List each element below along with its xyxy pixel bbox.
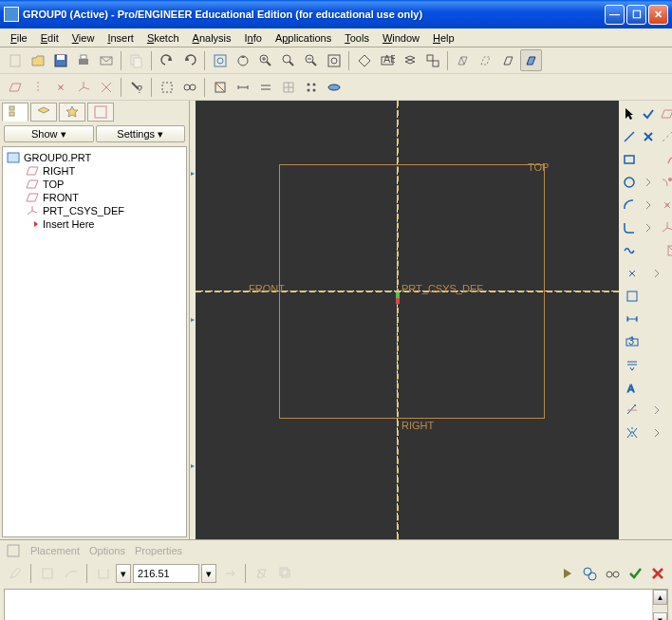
select-rect-button[interactable] (156, 76, 177, 98)
circle-dd[interactable] (640, 171, 657, 194)
print-button[interactable] (72, 49, 94, 71)
menu-insert[interactable]: Insert (101, 30, 140, 46)
open-button[interactable] (27, 49, 48, 71)
depth-value-dd[interactable]: ▾ (201, 564, 216, 583)
shade-closed-button[interactable] (323, 76, 345, 98)
view-mgr-button[interactable] (421, 49, 443, 71)
display-nohidden-button[interactable] (497, 49, 519, 71)
dim-toggle-button[interactable] (232, 76, 253, 98)
accept-button[interactable] (640, 103, 657, 125)
use-edge-button[interactable] (664, 239, 672, 262)
close-button[interactable]: ✕ (648, 5, 668, 25)
spline-button[interactable] (664, 148, 672, 171)
fillet-dd[interactable] (640, 216, 657, 239)
menu-analysis[interactable]: Analysis (186, 30, 238, 46)
display-wireframe-button[interactable] (452, 49, 474, 71)
csys-constr-button[interactable] (659, 216, 672, 239)
parallelogram-button[interactable] (659, 103, 672, 125)
new-button[interactable] (4, 49, 26, 71)
dash-depth1-btn[interactable] (92, 563, 114, 585)
undo-button[interactable] (156, 49, 177, 71)
redo-button[interactable] (178, 49, 200, 71)
menu-edit[interactable]: Edit (34, 30, 65, 46)
mirror-dd[interactable] (645, 422, 668, 444)
refit-button[interactable] (323, 49, 345, 71)
zoom-fit-button[interactable] (277, 49, 299, 71)
menu-help[interactable]: Help (426, 30, 461, 46)
zoom-in-button[interactable] (254, 49, 276, 71)
tab-properties[interactable]: Properties (135, 545, 182, 556)
annotation-disp-button[interactable] (95, 76, 117, 98)
save-button[interactable] (49, 49, 71, 71)
find-button[interactable] (178, 76, 200, 98)
centerline-button[interactable] (659, 125, 672, 148)
display-shaded-button[interactable] (520, 49, 542, 71)
tree-item-csys[interactable]: PRT_CSYS_DEF (7, 204, 182, 217)
dash-solid-btn[interactable] (36, 563, 58, 585)
depth-value-input[interactable]: 216.51 (133, 564, 199, 583)
rectangle-button[interactable] (621, 148, 638, 171)
constraint-toggle-button[interactable] (254, 76, 276, 98)
dash-surface-btn[interactable] (60, 563, 82, 585)
dash-preview-btn[interactable] (602, 563, 623, 584)
datum-csys-disp-button[interactable] (72, 76, 94, 98)
tree-item-right[interactable]: RIGHT (7, 164, 182, 178)
modify-button[interactable]: 3 (621, 330, 644, 353)
copy-button[interactable] (125, 49, 147, 71)
depth1-type-dd[interactable]: ▾ (116, 564, 131, 583)
saved-views-button[interactable]: AB (376, 49, 398, 71)
constraint-button[interactable] (621, 353, 644, 376)
fillet-constr-button[interactable] (659, 171, 672, 194)
datum-plane-disp-button[interactable] (4, 76, 26, 98)
tab-favorites[interactable] (59, 103, 85, 122)
tab-options[interactable]: Options (89, 545, 125, 556)
trim-dd[interactable] (645, 399, 668, 422)
menu-tools[interactable]: Tools (338, 30, 376, 46)
settings-dropdown[interactable]: Settings ▾ (96, 125, 186, 142)
use-button[interactable] (621, 285, 644, 308)
tree-item-insert[interactable]: Insert Here (7, 217, 182, 231)
display-hidden-button[interactable] (475, 49, 496, 71)
menu-applications[interactable]: Applications (269, 30, 338, 46)
delete-button[interactable] (640, 125, 657, 148)
spline-tool-button[interactable] (621, 239, 638, 262)
text-button[interactable]: A (621, 376, 644, 399)
dash-remove-btn[interactable] (251, 563, 272, 585)
dash-cancel-btn[interactable] (647, 563, 668, 584)
dash-ok-btn[interactable] (625, 563, 645, 584)
line-button[interactable] (621, 125, 638, 148)
spin-button[interactable] (232, 49, 253, 71)
point-constr-button[interactable] (659, 194, 672, 216)
tab-browser[interactable] (87, 103, 114, 122)
point-button[interactable] (621, 262, 644, 285)
fillet-button[interactable] (621, 216, 638, 239)
tab-placement[interactable]: Placement (30, 545, 80, 556)
mirror-button[interactable] (621, 422, 644, 444)
email-button[interactable] (95, 49, 117, 71)
tree-root[interactable]: GROUP0.PRT (7, 151, 182, 164)
sketch-orient-button[interactable] (209, 76, 231, 98)
arc-button[interactable] (621, 194, 638, 216)
regen-button[interactable] (209, 49, 231, 71)
menu-sketch[interactable]: Sketch (140, 30, 186, 46)
dash-sketch-btn[interactable] (4, 563, 26, 585)
help-button[interactable]: ? (125, 76, 147, 98)
tab-layer-tree[interactable] (30, 103, 57, 122)
maximize-button[interactable]: ☐ (626, 5, 646, 25)
show-dropdown[interactable]: Show ▾ (4, 125, 94, 142)
datum-point-disp-button[interactable] (49, 76, 71, 98)
tab-model-tree[interactable] (2, 103, 28, 122)
vertex-toggle-button[interactable] (300, 76, 322, 98)
dimension-button[interactable] (621, 308, 644, 330)
trim-button[interactable] (621, 399, 644, 422)
grid-toggle-button[interactable] (277, 76, 299, 98)
message-scrollbar[interactable]: ▲ ▼ (652, 590, 667, 620)
select-button[interactable] (621, 103, 638, 125)
menu-view[interactable]: View (65, 30, 102, 46)
dash-flip-btn[interactable] (218, 563, 240, 585)
tree-item-top[interactable]: TOP (7, 178, 182, 191)
dash-thicken-btn[interactable] (274, 563, 296, 585)
model-tree[interactable]: GROUP0.PRT RIGHT TOP FRONT PRT_CSYS_DEF … (2, 146, 187, 537)
scroll-down-button[interactable]: ▼ (653, 612, 667, 620)
menu-info[interactable]: Info (238, 30, 269, 46)
